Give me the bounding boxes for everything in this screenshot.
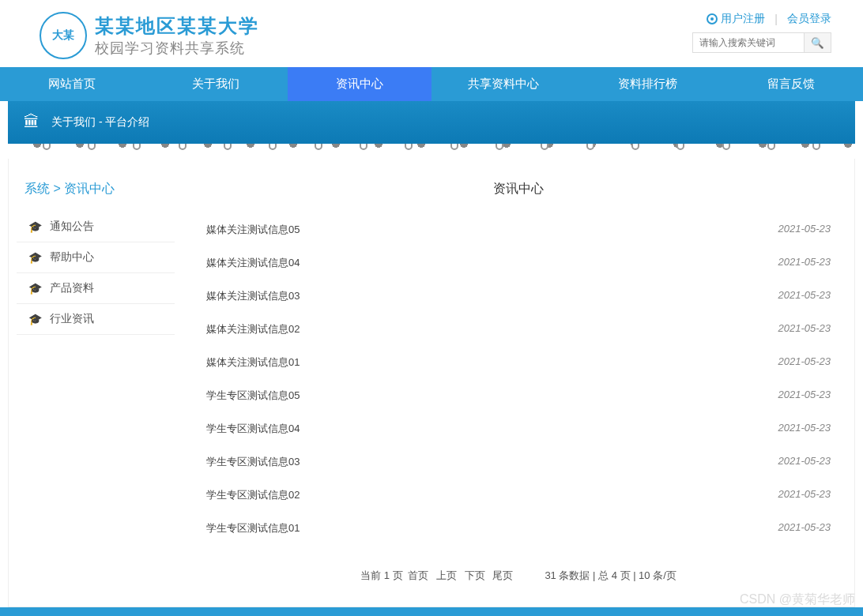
register-link[interactable]: 用户注册 <box>707 12 765 26</box>
binding-decoration <box>8 143 855 159</box>
search-input[interactable] <box>693 33 804 52</box>
logo-area: 大某 某某地区某某大学 校园学习资料共享系统 <box>40 12 259 59</box>
cap-icon: 🎓 <box>28 313 42 325</box>
news-title: 学生专区测试信息05 <box>206 389 300 403</box>
news-title: 学生专区测试信息01 <box>206 521 300 535</box>
sidebar-menu: 🎓 通知公告 🎓 帮助中心 🎓 产品资料 🎓 行业资讯 <box>17 212 175 335</box>
login-link[interactable]: 会员登录 <box>787 12 831 26</box>
news-date: 2021-05-23 <box>778 488 831 502</box>
page-next[interactable]: 下页 <box>465 569 485 581</box>
news-item[interactable]: 学生专区测试信息012021-05-23 <box>206 512 831 545</box>
cap-icon: 🎓 <box>28 282 42 295</box>
page-first[interactable]: 首页 <box>408 569 428 581</box>
university-seal-icon: 大某 <box>40 12 87 59</box>
register-label: 用户注册 <box>721 12 765 26</box>
nav-home[interactable]: 网站首页 <box>0 67 144 101</box>
sidebar-item-product[interactable]: 🎓 产品资料 <box>17 273 175 304</box>
breadcrumb: 系统 > 资讯中心 <box>17 175 175 204</box>
news-item[interactable]: 学生专区测试信息022021-05-23 <box>206 479 831 512</box>
news-item[interactable]: 媒体关注测试信息022021-05-23 <box>206 313 831 346</box>
page-current: 当前 1 页 <box>360 569 402 581</box>
news-title: 媒体关注测试信息03 <box>206 289 300 303</box>
footer: Copyright © 校园学习资料共享平台 作者:黄菊华;微信：4515771… <box>0 607 863 616</box>
sidebar-item-label: 通知公告 <box>50 220 94 234</box>
news-item[interactable]: 媒体关注测试信息052021-05-23 <box>206 213 831 246</box>
news-date: 2021-05-23 <box>778 355 831 370</box>
cap-icon: 🎓 <box>28 251 42 264</box>
pagination: 当前 1 页 首页 上页 下页 尾页 31 条数据 | 总 4 页 | 10 条… <box>206 545 831 591</box>
main-nav: 网站首页 关于我们 资讯中心 共享资料中心 资料排行榜 留言反馈 <box>0 67 863 101</box>
news-date: 2021-05-23 <box>778 521 831 535</box>
sidebar-item-label: 帮助中心 <box>50 250 94 265</box>
nav-ranking[interactable]: 资料排行榜 <box>575 67 719 101</box>
separator: | <box>774 13 778 25</box>
news-title: 学生专区测试信息03 <box>206 455 300 469</box>
sidebar-item-notice[interactable]: 🎓 通知公告 <box>17 212 175 242</box>
search-box: 🔍 <box>692 32 831 53</box>
news-title: 媒体关注测试信息02 <box>206 322 300 336</box>
news-date: 2021-05-23 <box>778 389 831 403</box>
site-subtitle: 校园学习资料共享系统 <box>95 39 259 58</box>
nav-share[interactable]: 共享资料中心 <box>432 67 575 101</box>
news-title: 媒体关注测试信息05 <box>206 223 300 237</box>
news-date: 2021-05-23 <box>778 289 831 303</box>
news-item[interactable]: 学生专区测试信息052021-05-23 <box>206 379 831 412</box>
building-icon: 🏛 <box>24 113 40 131</box>
news-item[interactable]: 学生专区测试信息042021-05-23 <box>206 412 831 445</box>
news-item[interactable]: 媒体关注测试信息012021-05-23 <box>206 346 831 379</box>
main-title: 资讯中心 <box>206 175 831 213</box>
sidebar-item-industry[interactable]: 🎓 行业资讯 <box>17 304 175 335</box>
news-title: 媒体关注测试信息04 <box>206 256 300 270</box>
news-date: 2021-05-23 <box>778 455 831 469</box>
news-date: 2021-05-23 <box>778 422 831 436</box>
news-item[interactable]: 学生专区测试信息032021-05-23 <box>206 445 831 479</box>
news-item[interactable]: 媒体关注测试信息032021-05-23 <box>206 280 831 313</box>
page-last[interactable]: 尾页 <box>492 569 513 581</box>
search-icon: 🔍 <box>811 37 824 49</box>
news-date: 2021-05-23 <box>778 322 831 336</box>
news-list: 媒体关注测试信息052021-05-23媒体关注测试信息042021-05-23… <box>206 213 831 545</box>
news-date: 2021-05-23 <box>778 223 831 237</box>
news-title: 媒体关注测试信息01 <box>206 355 300 370</box>
page-prev[interactable]: 上页 <box>436 569 457 581</box>
page-header-text: 关于我们 - 平台介绍 <box>51 115 149 130</box>
target-icon <box>707 13 718 24</box>
nav-about[interactable]: 关于我们 <box>144 67 288 101</box>
page-stats: 31 条数据 | 总 4 页 | 10 条/页 <box>545 569 676 581</box>
news-item[interactable]: 媒体关注测试信息042021-05-23 <box>206 246 831 280</box>
sidebar-item-help[interactable]: 🎓 帮助中心 <box>17 242 175 273</box>
news-title: 学生专区测试信息02 <box>206 488 300 502</box>
site-title: 某某地区某某大学 <box>95 13 259 39</box>
sidebar-item-label: 行业资讯 <box>50 312 94 326</box>
nav-feedback[interactable]: 留言反馈 <box>719 67 863 101</box>
cap-icon: 🎓 <box>28 220 42 233</box>
search-button[interactable]: 🔍 <box>804 33 831 52</box>
news-title: 学生专区测试信息04 <box>206 422 300 436</box>
nav-news[interactable]: 资讯中心 <box>288 67 432 101</box>
page-header: 🏛 关于我们 - 平台介绍 <box>8 101 855 143</box>
news-date: 2021-05-23 <box>778 256 831 270</box>
sidebar-item-label: 产品资料 <box>50 281 94 295</box>
